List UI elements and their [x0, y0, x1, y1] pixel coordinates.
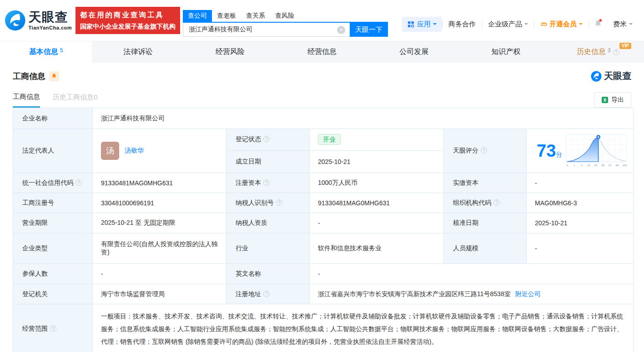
field-label: 法定代表人	[13, 129, 93, 173]
table-row: 统一社会信用代码 91330481MAG0MHG631 注册资本 1000万人民…	[13, 173, 634, 193]
crown-icon	[540, 21, 548, 27]
svg-text:3: 3	[581, 164, 583, 167]
field-label: 纳税人识别号	[226, 193, 310, 213]
search-tabs: 查公司 查老板 查关系 查风险	[183, 10, 388, 23]
field-label: 实缴资本	[444, 173, 527, 193]
help-icon[interactable]	[481, 147, 487, 154]
divider	[482, 21, 482, 28]
chevron-down-icon	[579, 23, 583, 27]
field-label: 核准日期	[444, 213, 527, 233]
taxpayer-quality-value: -	[310, 213, 444, 233]
help-icon[interactable]	[50, 325, 56, 332]
paid-capital-value: -	[527, 173, 634, 193]
user-menu[interactable]: 费米	[613, 20, 633, 29]
main-content: 工商信息 天眼查 工商信息 历史工商信息0 导出	[0, 70, 644, 352]
help-icon[interactable]	[263, 136, 270, 142]
tab-count: 3	[608, 47, 611, 54]
search-tab-company[interactable]: 查公司	[183, 10, 212, 22]
reg-status-value: 开业	[310, 129, 444, 151]
staff-size-value: -	[527, 233, 634, 264]
divider	[534, 21, 534, 28]
score-value: 73分	[527, 129, 634, 173]
help-icon[interactable]	[493, 199, 500, 206]
establish-date-value: 2025-10-21	[310, 150, 444, 173]
apps-grid-icon	[408, 21, 414, 28]
menu-enterprise-products[interactable]: 企业级产品	[488, 20, 528, 29]
field-label: 登记机关	[13, 284, 93, 304]
table-row: 登记机关 海宁市市场监督管理局 注册地址 浙江省嘉兴市海宁市长安镇海宁高新技术产…	[13, 284, 634, 304]
tab-history-info[interactable]: VIP 历史信息 3	[552, 41, 644, 63]
field-label: 注册地址	[226, 284, 310, 304]
approval-date-value: 2025-10-21	[527, 213, 634, 233]
search-button[interactable]: 天眼一下	[350, 23, 388, 37]
menu-business-coop[interactable]: 商务合作	[448, 20, 476, 29]
field-label: 营业期限	[13, 213, 93, 233]
brand-name: 天眼查	[29, 11, 72, 24]
taxpayer-id-value: 91330481MAG0MHG631	[310, 193, 444, 213]
reg-number-value: 330481000696191	[93, 193, 226, 213]
tab-operation-risk[interactable]: 经营风险	[184, 41, 276, 63]
tianyancha-watermark-icon	[591, 71, 602, 82]
table-row: 企业类型 有限责任公司(自然人投资或控股的法人独资) 行业 软件和信息技术服务业…	[13, 233, 634, 264]
brand-domain: TianYanCha.com	[29, 25, 72, 30]
legal-rep-value: 汤 汤敬华	[93, 129, 226, 173]
help-icon[interactable]	[75, 179, 82, 186]
tab-company-development[interactable]: 公司发展	[368, 41, 460, 63]
search-input[interactable]	[183, 23, 350, 37]
score-number: 73分	[537, 142, 562, 159]
notifications-bell-icon[interactable]	[594, 19, 603, 30]
divider	[589, 21, 589, 28]
banner-line2: 国家中小企业发展子基金旗下机构	[80, 23, 176, 31]
search-tab-relation[interactable]: 查关系	[241, 10, 270, 22]
tab-legal-proceedings[interactable]: 法律诉讼	[92, 41, 184, 63]
nearby-companies-link[interactable]: 附近公司	[515, 290, 541, 297]
svg-text:100: 100	[623, 164, 628, 167]
menu-open-vip[interactable]: 开通会员	[540, 20, 583, 29]
field-label: 天眼评分	[444, 129, 527, 173]
export-button[interactable]: 导出	[594, 92, 631, 108]
table-row: 经营范围 一般项目：技术服务、技术开发、技术咨询、技术交流、技术转让、技术推广；…	[13, 304, 634, 352]
svg-text:1: 1	[574, 164, 576, 167]
search-tab-risk[interactable]: 查风险	[270, 10, 299, 22]
field-label: 英文名称	[226, 264, 310, 284]
help-icon[interactable]	[276, 199, 282, 206]
credit-code-value: 91330481MAG0MHG631	[93, 173, 226, 193]
reg-capital-value: 1000万人民币	[310, 173, 444, 193]
clear-search-icon[interactable]	[337, 26, 345, 34]
insured-count-value: -	[93, 264, 226, 284]
help-icon[interactable]	[263, 179, 270, 186]
help-icon[interactable]	[613, 49, 619, 55]
subscribe-bell-icon[interactable]	[49, 71, 59, 81]
table-row: 企业名称 浙江声通科技有限公司	[13, 108, 634, 129]
industry-value: 软件和信息技术服务业	[310, 233, 444, 264]
avatar[interactable]: 汤	[101, 142, 119, 160]
field-label: 成立日期	[226, 150, 310, 173]
search-tab-boss[interactable]: 查老板	[212, 10, 241, 22]
tab-operation-info[interactable]: 经营信息	[276, 41, 368, 63]
divider	[442, 21, 443, 28]
subtab-history-business-info[interactable]: 历史工商信息0	[53, 93, 97, 107]
section-title: 工商信息	[13, 71, 45, 82]
subtab-business-info[interactable]: 工商信息	[13, 93, 40, 108]
legal-rep-link[interactable]: 汤敬华	[125, 147, 144, 155]
field-label: 人员规模	[444, 233, 527, 264]
tianyancha-logo-icon	[5, 9, 26, 32]
chevron-down-icon	[629, 23, 633, 27]
apps-menu-button[interactable]: 应用	[402, 17, 442, 32]
svg-text:0: 0	[567, 164, 569, 167]
chevron-down-icon	[433, 23, 437, 27]
org-code-value: MAG0MHG6-3	[527, 193, 634, 213]
field-label: 统一社会信用代码	[13, 173, 93, 193]
table-row: 法定代表人 汤 汤敬华 登记状态 开业 天眼评分 73分	[13, 129, 634, 151]
score-distribution-chart: 0 1 3 15 50 85 97 99 100	[565, 133, 628, 169]
tab-intellectual-property[interactable]: 知识产权	[460, 41, 552, 63]
business-scope-value: 一般项目：技术服务、技术开发、技术咨询、技术交流、技术转让、技术推广；计算机软硬…	[93, 304, 634, 352]
promo-banner: 都在用的商业查询工具 国家中小企业发展子基金旗下机构	[75, 7, 180, 34]
tianyancha-logo[interactable]: 天眼查 TianYanCha.com	[5, 9, 72, 32]
tab-basic-info[interactable]: 基本信息 5	[0, 41, 92, 63]
section-header: 工商信息 天眼查	[13, 70, 631, 82]
company-nav-tabs: 基本信息 5 法律诉讼 经营风险 经营信息 公司发展 知识产权 VIP 历史信息…	[0, 41, 644, 63]
username: 费米	[613, 20, 627, 29]
tab-count: 5	[60, 47, 63, 54]
help-icon[interactable]	[263, 291, 270, 297]
